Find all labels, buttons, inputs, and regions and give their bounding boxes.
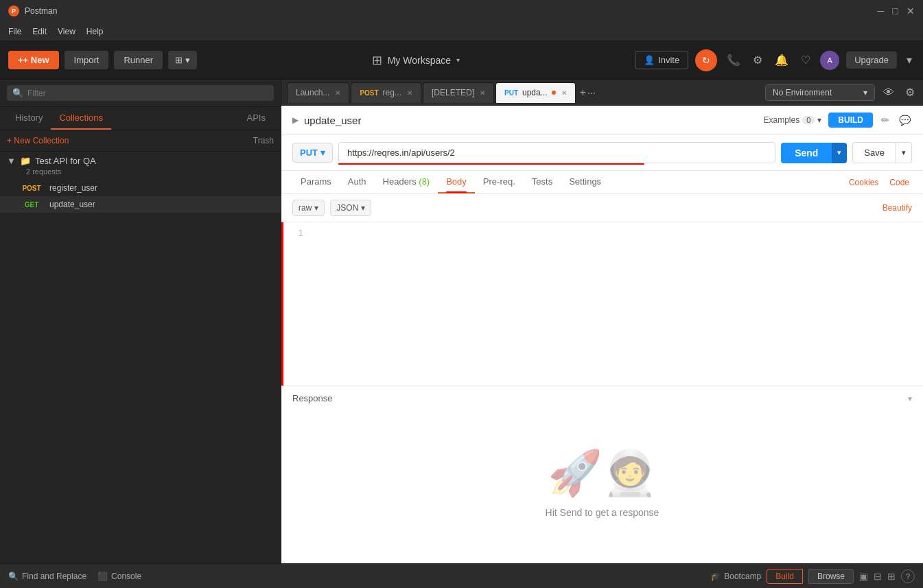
workspace-name: My Workspace [388, 55, 451, 66]
sidebar-tab-history[interactable]: History [7, 107, 51, 130]
build-button[interactable]: BUILD [828, 113, 873, 128]
send-button[interactable]: Send [781, 143, 832, 163]
find-replace-icon: 🔍 [8, 572, 19, 581]
add-tab-button[interactable]: + [580, 86, 586, 99]
layout-split-icon[interactable]: ⊟ [874, 571, 882, 582]
url-input[interactable] [338, 142, 775, 163]
help-button[interactable]: ? [901, 569, 915, 583]
workspace-selector[interactable]: ⊞ My Workspace ▾ [202, 53, 629, 68]
bootcamp-button[interactable]: 🎓 Bootcamp [710, 572, 761, 581]
invite-label: Invite [658, 55, 679, 65]
environment-selector[interactable]: No Environment ▾ [765, 84, 875, 101]
sidebar-tab-apis[interactable]: APIs [239, 107, 274, 130]
menu-file[interactable]: File [8, 27, 21, 36]
code-link[interactable]: Code [887, 172, 912, 193]
invite-button[interactable]: 👤 Invite [635, 51, 688, 69]
browse-bottom-button[interactable]: Browse [808, 569, 854, 584]
search-input[interactable] [27, 89, 268, 98]
method-select[interactable]: PUT ▾ [292, 143, 333, 163]
collection-item[interactable]: ▼ 📁 Test API for QA 2 requests [0, 152, 281, 180]
avatar[interactable]: A [820, 51, 839, 70]
comment-icon[interactable]: 💬 [898, 113, 912, 127]
heart-icon[interactable]: ♡ [798, 51, 813, 69]
req-tab-tests[interactable]: Tests [524, 171, 561, 193]
trash-button[interactable]: Trash [253, 136, 274, 145]
new-collection-button[interactable]: + New Collection [7, 136, 69, 145]
filter-icon[interactable]: ⚙ [902, 83, 918, 102]
collection-folder-icon: 📁 [20, 156, 31, 166]
tab-method-put: PUT [504, 89, 518, 97]
tab-deleted[interactable]: [DELETED] ✕ [423, 82, 494, 103]
request-name-register: register_user [49, 183, 97, 193]
beautify-button[interactable]: Beautify [883, 203, 912, 213]
new-button[interactable]: + + New [8, 51, 59, 69]
menu-view[interactable]: View [58, 27, 75, 36]
tab-close-update[interactable]: ✕ [561, 89, 567, 97]
sidebar-tab-collections[interactable]: Collections [51, 107, 111, 130]
bell-icon[interactable]: 📞 [724, 51, 743, 69]
more-tabs-button[interactable]: ··· [587, 87, 596, 98]
line-numbers: 1 [281, 222, 309, 386]
req-tab-headers[interactable]: Headers (8) [375, 171, 439, 193]
collection-name: Test API for QA [35, 156, 96, 166]
import-button[interactable]: Import [65, 51, 109, 69]
bottom-bar: 🔍 Find and Replace ⬛ Console 🎓 Bootcamp … [0, 563, 923, 588]
response-empty-state: 🚀🧑‍🚀 Hit Send to get a response [292, 409, 912, 556]
request-area: ▶ update_user Examples 0 ▾ BUILD ✏ 💬 [281, 106, 923, 563]
request-item-update[interactable]: GET update_user [0, 196, 281, 213]
req-tab-prereq[interactable]: Pre-req. [475, 171, 524, 193]
response-empty-text: Hit Send to get a response [546, 507, 659, 518]
maximize-btn[interactable]: □ [893, 5, 898, 16]
bootcamp-label: Bootcamp [724, 572, 761, 581]
upgrade-chevron-icon[interactable]: ▾ [904, 51, 915, 69]
save-btn-wrap: Save ▾ [852, 142, 912, 163]
new-label: + New [23, 55, 49, 65]
tab-close-reg[interactable]: ✕ [407, 89, 412, 97]
invite-icon: 👤 [644, 55, 655, 65]
raw-select[interactable]: raw ▾ [292, 200, 325, 216]
tab-close-launch[interactable]: ✕ [335, 89, 340, 97]
notification-icon[interactable]: 🔔 [772, 51, 791, 69]
title-bar: P Postman ─ □ ✕ [0, 0, 923, 22]
tab-reg-label: reg... [383, 88, 401, 97]
upgrade-button[interactable]: Upgrade [846, 51, 897, 69]
code-editor[interactable] [309, 222, 923, 386]
find-replace-button[interactable]: 🔍 Find and Replace [8, 572, 86, 581]
req-tab-params[interactable]: Params [292, 171, 340, 193]
req-tab-body[interactable]: Body [438, 171, 475, 193]
find-replace-label: Find and Replace [22, 572, 86, 581]
menu-edit[interactable]: Edit [32, 27, 47, 36]
request-name-update: update_user [49, 200, 95, 209]
runner-button[interactable]: Runner [114, 51, 163, 69]
tab-close-deleted[interactable]: ✕ [480, 89, 485, 97]
tab-launch[interactable]: Launch... ✕ [287, 82, 349, 103]
req-tab-settings[interactable]: Settings [561, 171, 609, 193]
method-value: PUT [300, 148, 318, 158]
examples-button[interactable]: Examples 0 ▾ [764, 115, 822, 125]
build-bottom-button[interactable]: Build [767, 569, 803, 584]
tab-update[interactable]: PUT upda... ✕ [495, 82, 576, 103]
send-dropdown[interactable]: ▾ [832, 143, 847, 163]
layout-button[interactable]: ⊞ ▾ [168, 51, 197, 69]
eye-icon[interactable]: 👁 [880, 84, 897, 102]
json-select[interactable]: JSON ▾ [330, 200, 371, 216]
tab-reg[interactable]: POST reg... ✕ [351, 82, 421, 103]
cookies-link[interactable]: Cookies [846, 172, 881, 193]
request-item-register[interactable]: POST register_user [0, 180, 281, 196]
layout-table-icon[interactable]: ⊞ [887, 571, 896, 582]
method-chevron-icon: ▾ [320, 148, 325, 158]
settings-icon[interactable]: ⚙ [750, 51, 765, 69]
layout-side-icon[interactable]: ▣ [859, 571, 868, 582]
json-chevron-icon: ▾ [361, 203, 365, 213]
req-tab-auth[interactable]: Auth [340, 171, 375, 193]
save-dropdown[interactable]: ▾ [896, 142, 912, 163]
sync-button[interactable]: ↻ [695, 49, 717, 71]
edit-icon[interactable]: ✏ [880, 113, 891, 127]
console-button[interactable]: ⬛ Console [97, 572, 141, 581]
close-btn[interactable]: ✕ [907, 5, 915, 16]
save-button[interactable]: Save [852, 142, 896, 163]
menu-bar: File Edit View Help [0, 22, 923, 41]
minimize-btn[interactable]: ─ [878, 5, 885, 16]
response-chevron-icon[interactable]: ▾ [908, 394, 912, 403]
menu-help[interactable]: Help [86, 27, 104, 36]
